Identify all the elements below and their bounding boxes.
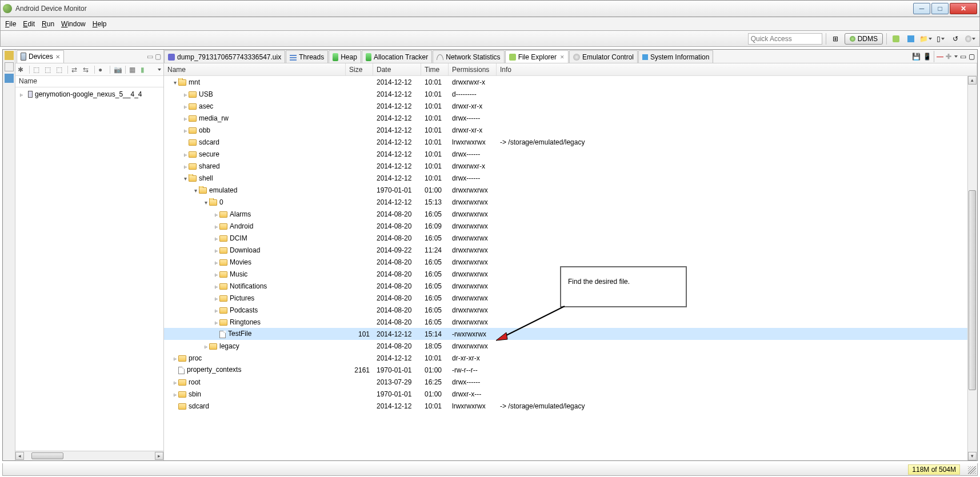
open-perspective-icon[interactable]: ⊞ (830, 33, 841, 45)
file-row[interactable]: property_contexts21611970-01-0101:00-rw-… (164, 364, 977, 376)
file-row[interactable]: ▹root2013-07-2916:25drwx------ (164, 376, 977, 388)
devices-hscrollbar[interactable]: ◂ ▸ (15, 451, 163, 460)
panel-maximize-icon[interactable]: ▢ (155, 53, 161, 61)
file-row[interactable]: ▾02014-12-1215:13drwxrwxrwx (164, 196, 977, 208)
tab-heap[interactable]: Heap (329, 50, 361, 63)
tab-dump[interactable]: dump_7913170657743336547.uix (164, 50, 285, 63)
expander-icon[interactable]: ▹ (213, 271, 219, 278)
device-row[interactable]: ▹ genymotion-google_nexus_5__4_4 (15, 89, 163, 100)
expander-icon[interactable]: ▾ (182, 175, 189, 182)
hscroll-right-arrow-icon[interactable]: ▸ (155, 452, 163, 460)
file-row[interactable]: ▹DCIM2014-08-2016:05drwxrwxrwx (164, 232, 977, 244)
tb-icon-f[interactable]: ▦ (129, 66, 137, 74)
close-button[interactable]: ✕ (950, 3, 977, 14)
toolbar-icon-4[interactable]: ▯ (935, 33, 946, 45)
tab-threads[interactable]: Threads (286, 50, 328, 63)
expander-icon[interactable]: ▹ (213, 295, 219, 302)
file-row[interactable]: ▹Download2014-09-2211:24drwxrwxrwx (164, 244, 977, 256)
maximize-button[interactable]: □ (931, 3, 949, 14)
devices-tab[interactable]: Devices ✕ (17, 50, 64, 63)
col-permissions[interactable]: Permissions (449, 63, 497, 75)
toolbar-icon-1[interactable] (890, 33, 902, 45)
file-row[interactable]: sdcard2014-12-1210:01lrwxrwxrwx-> /stora… (164, 136, 977, 148)
file-row[interactable]: ▹obb2014-12-1210:01drwxr-xr-x (164, 124, 977, 136)
expander-icon[interactable]: ▹ (172, 391, 178, 398)
expander-icon[interactable]: ▾ (203, 199, 209, 206)
file-row[interactable]: ▹asec2014-12-1210:01drwxr-xr-x (164, 100, 977, 112)
tb-icon-e[interactable]: ⇆ (83, 66, 91, 74)
file-row[interactable]: ▹USB2014-12-1210:01d--------- (164, 88, 977, 100)
expander-icon[interactable]: ▹ (172, 355, 178, 362)
device-expander-icon[interactable]: ▹ (20, 91, 26, 98)
toolbar-icon-6[interactable] (965, 33, 976, 45)
file-row[interactable]: ▹sbin1970-01-0101:00drwxr-x--- (164, 388, 977, 400)
pull-file-icon[interactable]: 💾 (912, 53, 921, 61)
tab-emulator-control[interactable]: Emulator Control (569, 50, 638, 63)
expander-icon[interactable]: ▹ (182, 115, 189, 122)
menu-window[interactable]: Window (61, 20, 86, 28)
file-row[interactable]: ▾mnt2014-12-1210:01drwxrwxr-x (164, 76, 977, 88)
expander-icon[interactable]: ▹ (213, 283, 219, 290)
tab-close-icon[interactable]: ✕ (560, 54, 565, 60)
expander-icon[interactable]: ▹ (182, 91, 189, 98)
file-row[interactable]: sdcard2014-12-1210:01lrwxrwxrwx-> /stora… (164, 400, 977, 412)
expander-icon[interactable]: ▾ (193, 187, 199, 194)
hscroll-left-arrow-icon[interactable]: ◂ (15, 452, 24, 460)
file-row[interactable]: ▹Alarms2014-08-2016:05drwxrwxrwx (164, 208, 977, 220)
menu-run[interactable]: Run (42, 20, 54, 28)
panel-min-icon[interactable]: ▭ (960, 53, 966, 61)
file-row[interactable]: ▾shell2014-12-1210:01drwx------ (164, 172, 977, 184)
devices-tab-close-icon[interactable]: ✕ (55, 54, 60, 60)
col-time[interactable]: Time (421, 63, 449, 75)
debug-icon[interactable]: ✱ (18, 66, 26, 74)
file-row[interactable]: ▹shared2014-12-1210:01drwxrwxr-x (164, 160, 977, 172)
vscroll-down-arrow-icon[interactable]: ▾ (968, 452, 977, 460)
expander-icon[interactable]: ▹ (182, 103, 189, 110)
file-row[interactable]: ▹legacy2014-08-2018:05drwxrwxrwx (164, 340, 977, 352)
col-size[interactable]: Size (346, 63, 373, 75)
expander-icon[interactable]: ▹ (203, 343, 209, 350)
file-row[interactable]: ▹Ringtones2014-08-2016:05drwxrwxrwx (164, 316, 977, 328)
expander-icon[interactable]: ▹ (213, 223, 219, 230)
col-name[interactable]: Name (164, 63, 346, 75)
strip-icon-3[interactable] (5, 74, 14, 83)
file-row[interactable]: ▹secure2014-12-1210:01drwx------ (164, 148, 977, 160)
tb-icon-c[interactable]: ⬚ (56, 66, 64, 74)
tb-icon-g[interactable]: ▮ (141, 66, 149, 74)
col-info[interactable]: Info (497, 63, 977, 75)
col-date[interactable]: Date (373, 63, 421, 75)
hscroll-thumb[interactable] (31, 452, 63, 459)
panel-max-icon[interactable]: ▢ (969, 53, 975, 61)
strip-icon-1[interactable] (5, 51, 14, 60)
menu-edit[interactable]: Edit (23, 20, 35, 28)
file-vscrollbar[interactable]: ▴ ▾ (967, 76, 977, 460)
devices-column-header[interactable]: Name (15, 76, 163, 87)
vscroll-up-arrow-icon[interactable]: ▴ (968, 76, 977, 85)
file-row[interactable]: TestFile1012014-12-1215:14-rwxrwxrwx (164, 328, 977, 340)
tab-allocation-tracker[interactable]: Allocation Tracker (362, 50, 432, 63)
expander-icon[interactable]: ▹ (182, 127, 189, 134)
file-row[interactable]: ▾emulated1970-01-0101:00drwxrwxrwx (164, 184, 977, 196)
file-row[interactable]: ▹proc2014-12-1210:01dr-xr-xr-x (164, 352, 977, 364)
resize-grip-icon[interactable] (968, 466, 976, 474)
expander-icon[interactable]: ▹ (213, 247, 219, 254)
expander-icon[interactable]: ▹ (213, 307, 219, 314)
expander-icon[interactable]: ▹ (182, 163, 189, 170)
tb-icon-d[interactable]: ⇄ (71, 66, 79, 74)
expander-icon[interactable]: ▾ (172, 79, 178, 86)
tab-network-statistics[interactable]: Network Statistics (433, 50, 504, 63)
vscroll-thumb[interactable] (969, 190, 976, 390)
file-row[interactable]: ▹Android2014-08-2016:09drwxrwxrwx (164, 220, 977, 232)
delete-icon[interactable]: — (937, 53, 943, 61)
tab-system-information[interactable]: System Information (638, 50, 713, 63)
stop-icon[interactable]: ● (98, 66, 106, 74)
panel-minimize-icon[interactable]: ▭ (147, 53, 153, 61)
push-file-icon[interactable]: 📱 (923, 53, 931, 61)
expander-icon[interactable]: ▹ (182, 151, 189, 158)
view-dropdown-icon[interactable] (954, 55, 958, 58)
perspective-ddms[interactable]: DDMS (845, 33, 883, 45)
tb-icon-b[interactable]: ⬚ (45, 66, 53, 74)
expander-icon[interactable]: ▹ (213, 235, 219, 242)
expander-icon[interactable]: ▹ (172, 379, 178, 386)
expander-icon[interactable]: ▹ (213, 211, 219, 218)
